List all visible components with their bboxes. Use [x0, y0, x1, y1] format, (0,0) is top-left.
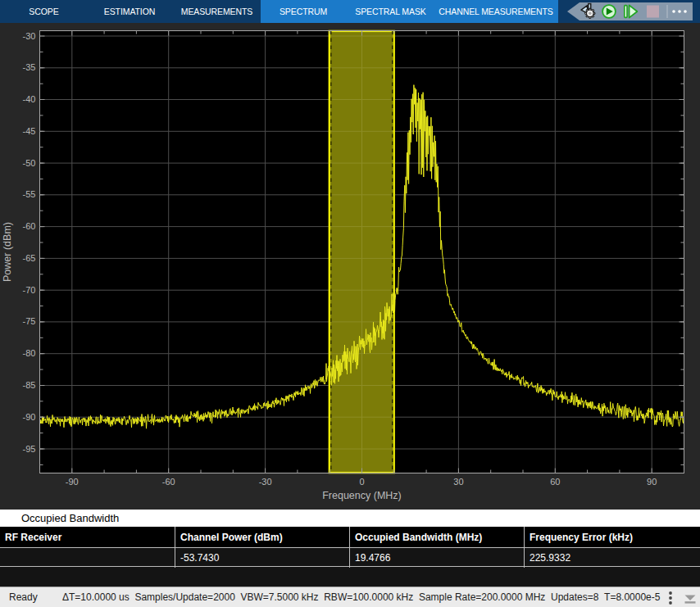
svg-text:-70: -70 — [23, 285, 36, 295]
svg-text:-90: -90 — [66, 477, 79, 487]
svg-text:30: 30 — [453, 477, 463, 487]
svg-text:60: 60 — [550, 477, 560, 487]
svg-text:-30: -30 — [259, 477, 272, 487]
svg-text:-55: -55 — [23, 189, 36, 199]
svg-text:-50: -50 — [23, 158, 36, 168]
svg-text:-65: -65 — [23, 253, 36, 263]
svg-text:-90: -90 — [23, 412, 36, 422]
svg-text:-85: -85 — [23, 380, 36, 390]
svg-text:-35: -35 — [23, 62, 36, 72]
svg-text:-60: -60 — [162, 477, 175, 487]
svg-text:-60: -60 — [23, 221, 36, 231]
svg-text:-75: -75 — [23, 316, 36, 326]
svg-text:Power (dBm): Power (dBm) — [2, 222, 13, 282]
svg-text:-45: -45 — [23, 126, 36, 136]
svg-text:0: 0 — [359, 477, 364, 487]
svg-text:-40: -40 — [23, 94, 36, 104]
svg-text:Frequency (MHz): Frequency (MHz) — [322, 490, 402, 501]
svg-text:-30: -30 — [23, 31, 36, 41]
svg-text:-95: -95 — [23, 444, 36, 454]
svg-text:-80: -80 — [23, 348, 36, 358]
svg-text:90: 90 — [647, 477, 657, 487]
